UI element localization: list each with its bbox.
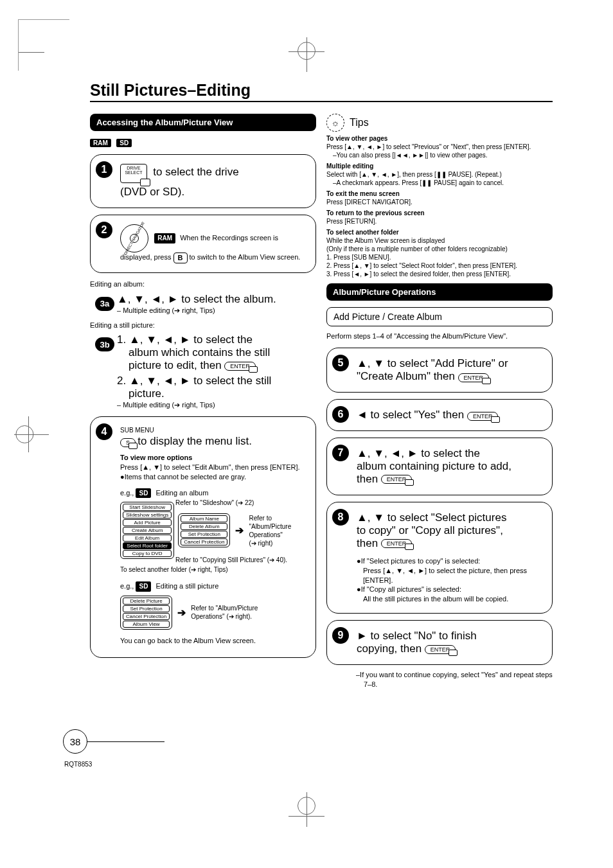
step-7-number: 7 [332, 445, 349, 461]
step-1-number: 1 [96, 161, 112, 178]
step-9-t2: copying, then [357, 642, 425, 655]
menu-delete-picture: Delete Picture [123, 598, 170, 605]
registration-mark-top-h [289, 51, 324, 52]
view-more-options-head: To view more options [120, 453, 308, 463]
menu-set-protection: Set Protection [181, 531, 227, 538]
album-picture-ops-note: Refer to "Album/Picture Operations" (➔ r… [249, 514, 291, 547]
step-3a-main: ▲, ▼, ◄, ► to select the album. [117, 293, 316, 306]
enter-button-icon-5: ENTER [458, 373, 490, 382]
step-9-number: 9 [332, 627, 349, 644]
step-3b-l1a: 1. ▲, ▼, ◄, ► to select the [117, 333, 316, 346]
album-picture-ops-note-2: Refer to "Album/Picture Operations" (➔ r… [191, 604, 258, 621]
registration-mark-left [19, 421, 45, 447]
step-8-panel: 8 ▲, ▼ to select "Select pictures to cop… [326, 502, 553, 614]
drive-select-label: DRIVE SELECT [121, 166, 147, 175]
editing-still-label: Editing a still picture: [90, 321, 316, 330]
eg2-pre: e.g., [120, 582, 136, 590]
step-3b-l1b: album which contains the still [117, 346, 316, 359]
eg1-sd: SD [136, 488, 151, 499]
registration-mark-bottom [294, 799, 319, 824]
step-1-text-b: (DVD or SD). [120, 186, 308, 199]
step-5-number: 5 [332, 355, 349, 371]
submenu-label: SUB MENU [120, 427, 154, 434]
ops-intro: Perform steps 1–4 of "Accessing the Albu… [326, 332, 553, 341]
eg2-post: Editing a still picture [154, 582, 218, 590]
tips-body: To view other pages Press [▲, ▼, ◄, ►] t… [326, 134, 553, 278]
step-5-panel: 5 ▲, ▼ to select "Add Picture" or "Creat… [326, 348, 553, 393]
step-8-bullet2a: ●If "Copy all pictures" is selected: [357, 585, 544, 594]
menu-delete-album: Delete Album [181, 523, 227, 530]
page-number-wrap: 38 [63, 729, 87, 754]
step-3b-number: 3b [95, 337, 114, 351]
step-7-t3: then [357, 473, 381, 485]
badge-ram: RAM [90, 139, 111, 147]
step-9-t1: ► to select "No" to finish [357, 630, 544, 642]
step-8-bullet1b: Press [▲, ▼, ◄, ►] to select the picture… [357, 566, 544, 585]
menu-album-name: Album Name [181, 515, 227, 522]
menu-still-c: Delete Picture Set Protection Cancel Pro… [120, 596, 172, 630]
step-3b-l1c: picture to edit, then [129, 359, 224, 371]
menu-album-b: Album Name Delete Album Set Protection C… [178, 513, 230, 547]
menu-cancel-protection: Cancel Protection [181, 538, 227, 545]
menu-add-picture: Add Picture [123, 519, 172, 526]
step-8-t2: to copy" or "Copy all pictures", [357, 524, 544, 537]
view-more-options-l2: ●Items that cannot be selected are gray. [120, 472, 308, 482]
copy-ref-note: Refer to "Copying Still Pictures" (➔ 40)… [175, 556, 308, 564]
menu-select-root: Select Root folder [123, 542, 172, 549]
registration-mark-top [294, 44, 319, 69]
enter-button-icon-6: ENTER [467, 412, 499, 421]
registration-mark-bottom-h [289, 816, 324, 817]
page-title: Still Pictures–Editing [90, 81, 553, 100]
step-1-panel: 1 DRIVE SELECT to select the drive (DVD … [90, 154, 316, 208]
enter-button-icon-9: ENTER [425, 645, 456, 654]
model-number: RQT8853 [64, 761, 92, 768]
step-1-text-a: to select the drive [153, 166, 238, 178]
menu-set-protection-2: Set Protection [123, 605, 170, 612]
step-3a-sub: – Multiple editing (➔ right, Tips) [117, 306, 316, 315]
section-operations: Album/Picture Operations [326, 283, 553, 301]
menu-slideshow-settings: Slideshow settings [123, 511, 172, 518]
step-3b-l2b: picture. [117, 387, 316, 400]
enter-button-icon-7: ENTER [381, 475, 413, 484]
step-8-bullet2b: All the still pictures in the album will… [357, 594, 544, 604]
arrow-right-icon: ➔ [234, 524, 245, 536]
enter-button-icon-8: ENTER [381, 539, 413, 548]
menu-create-album: Create Album [123, 527, 172, 534]
title-rule [90, 101, 553, 102]
eg2-sd: SD [136, 581, 151, 592]
step-7-panel: 7 ▲, ▼, ◄, ► to select the album contain… [326, 438, 553, 495]
crop-mark-top-left [18, 19, 69, 71]
b-key: B [173, 252, 188, 263]
step-3b-l2a: 2. ▲, ▼, ◄, ► to select the still [117, 375, 316, 387]
step-3b-block: 3b 1. ▲, ▼, ◄, ► to select the album whi… [90, 333, 316, 410]
step-4-main: to display the menu list. [138, 435, 252, 447]
drive-select-button-icon: DRIVE SELECT [120, 164, 147, 183]
step-3b-sub: – Multiple editing (➔ right, Tips) [117, 400, 316, 410]
editing-album-label: Editing an album: [90, 279, 316, 289]
step-9-note: –If you want to continue copying, select… [356, 670, 553, 689]
menu-cancel-protection-2: Cancel Protection [123, 613, 170, 620]
step-6-text: ◄ to select "Yes" then [357, 409, 467, 421]
menu-edit-album: Edit Album [123, 535, 172, 542]
folder-ref-note: To select another folder (➔ right, Tips) [120, 565, 308, 574]
step-4-panel: 4 SUB MENU S to display the menu list. T… [90, 416, 316, 657]
menu-album-a: Start Slideshow Slideshow settings Add P… [120, 502, 174, 559]
step-7-t1: ▲, ▼, ◄, ► to select the [357, 447, 544, 460]
registration-mark-left-v [28, 416, 29, 452]
eg1-post: Editing an album [154, 489, 208, 497]
step-8-t1: ▲, ▼ to select "Select pictures [357, 511, 544, 524]
subhead-add-create: Add Picture / Create Album [326, 307, 553, 326]
section-accessing: Accessing the Album/Picture View [90, 114, 316, 131]
step-3b-l1c-wrap: picture to edit, then ENTER [117, 359, 316, 372]
step-6-number: 6 [332, 406, 349, 423]
badge-ram-inline: RAM [154, 233, 175, 244]
step-3a-block: 3a ▲, ▼, ◄, ► to select the album. – Mul… [90, 293, 316, 315]
step-3a-number: 3a [95, 297, 114, 311]
tips-heading: ☼ Tips [326, 114, 553, 132]
step-2-number: 2 [96, 222, 112, 238]
tips-icon: ☼ [326, 114, 344, 132]
step-8-t3: then [357, 537, 381, 549]
step-4-number: 4 [96, 423, 112, 440]
step-8-number: 8 [332, 509, 349, 526]
slideshow-ref-note: Refer to "Slideshow" (➔ 22) [175, 499, 308, 507]
